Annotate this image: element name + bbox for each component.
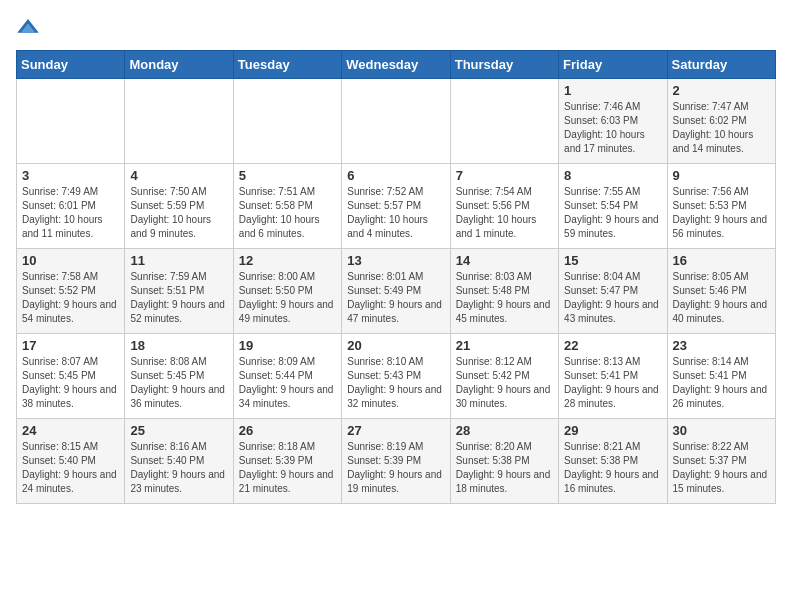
calendar-cell: 25Sunrise: 8:16 AM Sunset: 5:40 PM Dayli… xyxy=(125,419,233,504)
day-info: Sunrise: 7:55 AM Sunset: 5:54 PM Dayligh… xyxy=(564,185,661,241)
day-number: 21 xyxy=(456,338,553,353)
day-number: 15 xyxy=(564,253,661,268)
calendar-cell xyxy=(125,79,233,164)
day-number: 1 xyxy=(564,83,661,98)
day-number: 27 xyxy=(347,423,444,438)
day-number: 14 xyxy=(456,253,553,268)
calendar-cell xyxy=(17,79,125,164)
day-info: Sunrise: 8:05 AM Sunset: 5:46 PM Dayligh… xyxy=(673,270,770,326)
calendar-cell: 11Sunrise: 7:59 AM Sunset: 5:51 PM Dayli… xyxy=(125,249,233,334)
calendar-cell: 3Sunrise: 7:49 AM Sunset: 6:01 PM Daylig… xyxy=(17,164,125,249)
week-row-2: 3Sunrise: 7:49 AM Sunset: 6:01 PM Daylig… xyxy=(17,164,776,249)
day-number: 4 xyxy=(130,168,227,183)
day-number: 23 xyxy=(673,338,770,353)
calendar-cell: 22Sunrise: 8:13 AM Sunset: 5:41 PM Dayli… xyxy=(559,334,667,419)
day-number: 7 xyxy=(456,168,553,183)
day-info: Sunrise: 7:58 AM Sunset: 5:52 PM Dayligh… xyxy=(22,270,119,326)
day-info: Sunrise: 7:56 AM Sunset: 5:53 PM Dayligh… xyxy=(673,185,770,241)
calendar-cell: 27Sunrise: 8:19 AM Sunset: 5:39 PM Dayli… xyxy=(342,419,450,504)
calendar-cell: 16Sunrise: 8:05 AM Sunset: 5:46 PM Dayli… xyxy=(667,249,775,334)
day-info: Sunrise: 8:00 AM Sunset: 5:50 PM Dayligh… xyxy=(239,270,336,326)
calendar-cell: 12Sunrise: 8:00 AM Sunset: 5:50 PM Dayli… xyxy=(233,249,341,334)
day-number: 10 xyxy=(22,253,119,268)
day-info: Sunrise: 8:13 AM Sunset: 5:41 PM Dayligh… xyxy=(564,355,661,411)
week-row-3: 10Sunrise: 7:58 AM Sunset: 5:52 PM Dayli… xyxy=(17,249,776,334)
header-tuesday: Tuesday xyxy=(233,51,341,79)
day-info: Sunrise: 7:49 AM Sunset: 6:01 PM Dayligh… xyxy=(22,185,119,241)
day-info: Sunrise: 8:18 AM Sunset: 5:39 PM Dayligh… xyxy=(239,440,336,496)
header-sunday: Sunday xyxy=(17,51,125,79)
day-info: Sunrise: 8:03 AM Sunset: 5:48 PM Dayligh… xyxy=(456,270,553,326)
day-number: 6 xyxy=(347,168,444,183)
day-info: Sunrise: 8:15 AM Sunset: 5:40 PM Dayligh… xyxy=(22,440,119,496)
calendar-cell: 20Sunrise: 8:10 AM Sunset: 5:43 PM Dayli… xyxy=(342,334,450,419)
day-info: Sunrise: 8:08 AM Sunset: 5:45 PM Dayligh… xyxy=(130,355,227,411)
header-row: SundayMondayTuesdayWednesdayThursdayFrid… xyxy=(17,51,776,79)
day-info: Sunrise: 8:09 AM Sunset: 5:44 PM Dayligh… xyxy=(239,355,336,411)
day-info: Sunrise: 8:19 AM Sunset: 5:39 PM Dayligh… xyxy=(347,440,444,496)
day-info: Sunrise: 8:16 AM Sunset: 5:40 PM Dayligh… xyxy=(130,440,227,496)
day-number: 11 xyxy=(130,253,227,268)
calendar-cell xyxy=(233,79,341,164)
day-number: 19 xyxy=(239,338,336,353)
day-info: Sunrise: 7:52 AM Sunset: 5:57 PM Dayligh… xyxy=(347,185,444,241)
day-number: 22 xyxy=(564,338,661,353)
day-number: 8 xyxy=(564,168,661,183)
week-row-5: 24Sunrise: 8:15 AM Sunset: 5:40 PM Dayli… xyxy=(17,419,776,504)
calendar-cell xyxy=(342,79,450,164)
calendar-cell: 5Sunrise: 7:51 AM Sunset: 5:58 PM Daylig… xyxy=(233,164,341,249)
calendar-cell xyxy=(450,79,558,164)
calendar-cell: 9Sunrise: 7:56 AM Sunset: 5:53 PM Daylig… xyxy=(667,164,775,249)
calendar-cell: 26Sunrise: 8:18 AM Sunset: 5:39 PM Dayli… xyxy=(233,419,341,504)
logo xyxy=(16,16,44,40)
header-friday: Friday xyxy=(559,51,667,79)
day-number: 16 xyxy=(673,253,770,268)
calendar-cell: 13Sunrise: 8:01 AM Sunset: 5:49 PM Dayli… xyxy=(342,249,450,334)
day-info: Sunrise: 8:07 AM Sunset: 5:45 PM Dayligh… xyxy=(22,355,119,411)
calendar-cell: 14Sunrise: 8:03 AM Sunset: 5:48 PM Dayli… xyxy=(450,249,558,334)
calendar-cell: 4Sunrise: 7:50 AM Sunset: 5:59 PM Daylig… xyxy=(125,164,233,249)
day-number: 29 xyxy=(564,423,661,438)
header-monday: Monday xyxy=(125,51,233,79)
day-info: Sunrise: 8:21 AM Sunset: 5:38 PM Dayligh… xyxy=(564,440,661,496)
day-number: 30 xyxy=(673,423,770,438)
calendar-cell: 10Sunrise: 7:58 AM Sunset: 5:52 PM Dayli… xyxy=(17,249,125,334)
day-number: 9 xyxy=(673,168,770,183)
day-number: 24 xyxy=(22,423,119,438)
calendar-cell: 17Sunrise: 8:07 AM Sunset: 5:45 PM Dayli… xyxy=(17,334,125,419)
day-number: 12 xyxy=(239,253,336,268)
day-info: Sunrise: 7:59 AM Sunset: 5:51 PM Dayligh… xyxy=(130,270,227,326)
day-info: Sunrise: 8:22 AM Sunset: 5:37 PM Dayligh… xyxy=(673,440,770,496)
calendar-cell: 18Sunrise: 8:08 AM Sunset: 5:45 PM Dayli… xyxy=(125,334,233,419)
day-number: 17 xyxy=(22,338,119,353)
day-info: Sunrise: 8:14 AM Sunset: 5:41 PM Dayligh… xyxy=(673,355,770,411)
day-info: Sunrise: 7:46 AM Sunset: 6:03 PM Dayligh… xyxy=(564,100,661,156)
calendar-cell: 1Sunrise: 7:46 AM Sunset: 6:03 PM Daylig… xyxy=(559,79,667,164)
week-row-4: 17Sunrise: 8:07 AM Sunset: 5:45 PM Dayli… xyxy=(17,334,776,419)
day-info: Sunrise: 8:01 AM Sunset: 5:49 PM Dayligh… xyxy=(347,270,444,326)
calendar-cell: 19Sunrise: 8:09 AM Sunset: 5:44 PM Dayli… xyxy=(233,334,341,419)
calendar-table: SundayMondayTuesdayWednesdayThursdayFrid… xyxy=(16,50,776,504)
day-number: 26 xyxy=(239,423,336,438)
day-info: Sunrise: 8:04 AM Sunset: 5:47 PM Dayligh… xyxy=(564,270,661,326)
day-info: Sunrise: 8:10 AM Sunset: 5:43 PM Dayligh… xyxy=(347,355,444,411)
calendar-cell: 28Sunrise: 8:20 AM Sunset: 5:38 PM Dayli… xyxy=(450,419,558,504)
day-info: Sunrise: 8:12 AM Sunset: 5:42 PM Dayligh… xyxy=(456,355,553,411)
day-number: 18 xyxy=(130,338,227,353)
header-wednesday: Wednesday xyxy=(342,51,450,79)
day-info: Sunrise: 8:20 AM Sunset: 5:38 PM Dayligh… xyxy=(456,440,553,496)
day-number: 3 xyxy=(22,168,119,183)
calendar-cell: 15Sunrise: 8:04 AM Sunset: 5:47 PM Dayli… xyxy=(559,249,667,334)
calendar-cell: 7Sunrise: 7:54 AM Sunset: 5:56 PM Daylig… xyxy=(450,164,558,249)
calendar-cell: 29Sunrise: 8:21 AM Sunset: 5:38 PM Dayli… xyxy=(559,419,667,504)
day-number: 13 xyxy=(347,253,444,268)
calendar-cell: 23Sunrise: 8:14 AM Sunset: 5:41 PM Dayli… xyxy=(667,334,775,419)
day-number: 20 xyxy=(347,338,444,353)
week-row-1: 1Sunrise: 7:46 AM Sunset: 6:03 PM Daylig… xyxy=(17,79,776,164)
day-info: Sunrise: 7:50 AM Sunset: 5:59 PM Dayligh… xyxy=(130,185,227,241)
calendar-cell: 6Sunrise: 7:52 AM Sunset: 5:57 PM Daylig… xyxy=(342,164,450,249)
day-info: Sunrise: 7:54 AM Sunset: 5:56 PM Dayligh… xyxy=(456,185,553,241)
day-info: Sunrise: 7:51 AM Sunset: 5:58 PM Dayligh… xyxy=(239,185,336,241)
header-thursday: Thursday xyxy=(450,51,558,79)
day-number: 2 xyxy=(673,83,770,98)
